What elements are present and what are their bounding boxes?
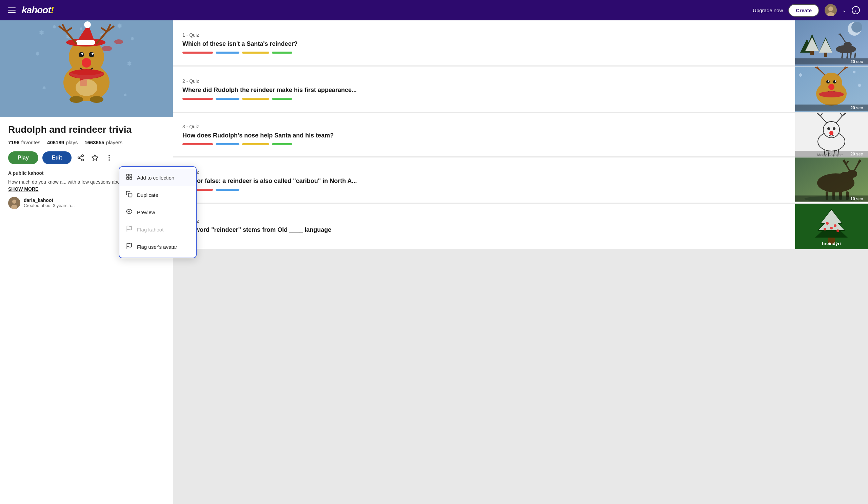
- svg-text:20 sec: 20 sec: [850, 59, 863, 64]
- question-text: The word "reindeer" stems from Old ____ …: [183, 226, 786, 234]
- answer-bar: [272, 52, 292, 54]
- dropdown-item-preview[interactable]: Preview: [119, 204, 196, 221]
- flag-avatar-icon: [125, 243, 133, 251]
- question-content: 5 - Quiz The word "reindeer" stems from …: [173, 204, 795, 249]
- plays-stat: 406189 plays: [47, 140, 78, 145]
- favorite-button[interactable]: [90, 153, 100, 163]
- collection-icon: [125, 173, 133, 182]
- question-text: Where did Rudolph the reindeer make his …: [183, 86, 786, 94]
- svg-rect-56: [130, 178, 132, 180]
- svg-point-150: [830, 227, 833, 230]
- svg-text:hreindýri: hreindýri: [822, 241, 841, 246]
- svg-point-88: [835, 80, 836, 82]
- svg-point-70: [851, 22, 862, 33]
- dropdown-item-add-collection[interactable]: Add to collection: [119, 169, 196, 186]
- svg-line-74: [847, 53, 848, 58]
- svg-point-23: [79, 52, 84, 57]
- question-item[interactable]: 5 - Quiz The word "reindeer" stems from …: [173, 204, 868, 249]
- svg-point-152: [836, 230, 839, 232]
- svg-point-105: [828, 128, 830, 130]
- flag-kahoot-icon: [125, 225, 133, 234]
- svg-text:❄: ❄: [39, 30, 44, 36]
- players-count: 1663655: [84, 140, 104, 145]
- svg-line-44: [80, 158, 82, 160]
- author-name: daria_kahoot: [24, 198, 75, 203]
- create-button[interactable]: Create: [788, 4, 819, 17]
- question-item[interactable]: 1 - Quiz Which of these isn't a Santa's …: [173, 20, 868, 66]
- dropdown-menu: Add to collection Duplicate Preview: [119, 166, 197, 258]
- user-menu-chevron[interactable]: ⌄: [842, 8, 846, 13]
- logo: kahoot!: [22, 5, 54, 16]
- svg-point-72: [844, 42, 852, 48]
- svg-text:❄: ❄: [35, 51, 40, 56]
- svg-line-35: [102, 28, 107, 32]
- svg-text:20 sec: 20 sec: [850, 105, 863, 110]
- upgrade-link[interactable]: Upgrade now: [753, 8, 783, 13]
- svg-point-126: [847, 170, 857, 178]
- svg-line-75: [850, 53, 851, 58]
- plays-count: 406189: [47, 140, 64, 145]
- author-info: daria_kahoot Created about 3 years a...: [24, 198, 75, 208]
- favorites-stat: 7196 favorites: [8, 140, 40, 145]
- action-row: Play Edit: [8, 151, 165, 164]
- answer-bar: [242, 52, 269, 54]
- svg-point-149: [834, 224, 836, 227]
- flag-kahoot-label: Flag kahoot: [137, 227, 163, 232]
- svg-marker-46: [92, 154, 98, 160]
- answer-bar: [272, 143, 292, 145]
- svg-rect-53: [127, 174, 129, 177]
- question-thumbnail: Merry Christma... 20 sec: [795, 113, 868, 157]
- question-thumbnail: ❄ ❄ ❄ 20 sec: [795, 67, 868, 112]
- question-type: 4 - Quiz: [183, 169, 786, 175]
- svg-point-151: [824, 228, 826, 230]
- svg-rect-57: [128, 193, 132, 197]
- dropdown-item-flag-avatar[interactable]: Flag user's avatar: [119, 238, 196, 255]
- svg-point-15: [114, 39, 123, 44]
- more-options-button[interactable]: [104, 153, 114, 163]
- info-icon[interactable]: i: [852, 6, 860, 14]
- play-button[interactable]: Play: [8, 151, 38, 164]
- players-stat: 1663655 players: [84, 140, 122, 145]
- svg-text:❄: ❄: [124, 93, 126, 97]
- question-item[interactable]: 2 - Quiz Where did Rudolph the reindeer …: [173, 67, 868, 112]
- duplicate-label: Duplicate: [137, 192, 158, 198]
- right-panel: 1 - Quiz Which of these isn't a Santa's …: [173, 20, 868, 504]
- svg-text:❄: ❄: [127, 61, 132, 67]
- left-panel: ❄ ❄ ❄ ❄ ❄ ❄ ❄ ❄ ❄ ❄ ❄: [0, 20, 173, 504]
- svg-point-14: [102, 46, 112, 51]
- answer-preview: [183, 98, 786, 100]
- flag-avatar-label: Flag user's avatar: [137, 244, 177, 250]
- navbar: kahoot! Upgrade now Create ⌄ i: [0, 0, 868, 20]
- svg-point-40: [76, 79, 97, 96]
- players-label: players: [106, 140, 122, 145]
- question-item[interactable]: 3 - Quiz How does Rudolph's nose help Sa…: [173, 113, 868, 157]
- svg-point-27: [82, 58, 91, 68]
- question-type: 3 - Quiz: [183, 124, 786, 129]
- svg-text:❄: ❄: [853, 70, 856, 74]
- svg-text:❄: ❄: [131, 36, 134, 41]
- dropdown-item-duplicate[interactable]: Duplicate: [119, 186, 196, 204]
- answer-bar: [242, 98, 269, 100]
- user-avatar[interactable]: [825, 4, 837, 16]
- svg-rect-22: [76, 40, 95, 45]
- show-more-link[interactable]: SHOW MORE: [8, 186, 38, 192]
- svg-text:10 sec: 10 sec: [850, 196, 863, 201]
- svg-point-58: [128, 211, 130, 212]
- answer-preview: [183, 52, 786, 54]
- hamburger-icon[interactable]: [8, 8, 16, 13]
- main-content: ❄ ❄ ❄ ❄ ❄ ❄ ❄ ❄ ❄ ❄ ❄: [0, 0, 868, 504]
- navbar-right: Upgrade now Create ⌄ i: [753, 4, 860, 17]
- navbar-left: kahoot!: [8, 5, 54, 16]
- svg-point-85: [826, 80, 830, 83]
- question-content: 4 - Quiz True or false: a reindeer is al…: [173, 158, 795, 203]
- favorites-label: favorites: [21, 140, 40, 145]
- answer-bar: [216, 98, 239, 100]
- svg-text:❄: ❄: [858, 83, 861, 88]
- edit-button[interactable]: Edit: [42, 151, 72, 164]
- question-item[interactable]: 4 - Quiz True or false: a reindeer is al…: [173, 158, 868, 203]
- plays-label: plays: [66, 140, 78, 145]
- svg-point-106: [833, 128, 835, 130]
- share-button[interactable]: [76, 153, 86, 163]
- svg-point-38: [70, 96, 83, 103]
- answer-preview: [183, 189, 786, 191]
